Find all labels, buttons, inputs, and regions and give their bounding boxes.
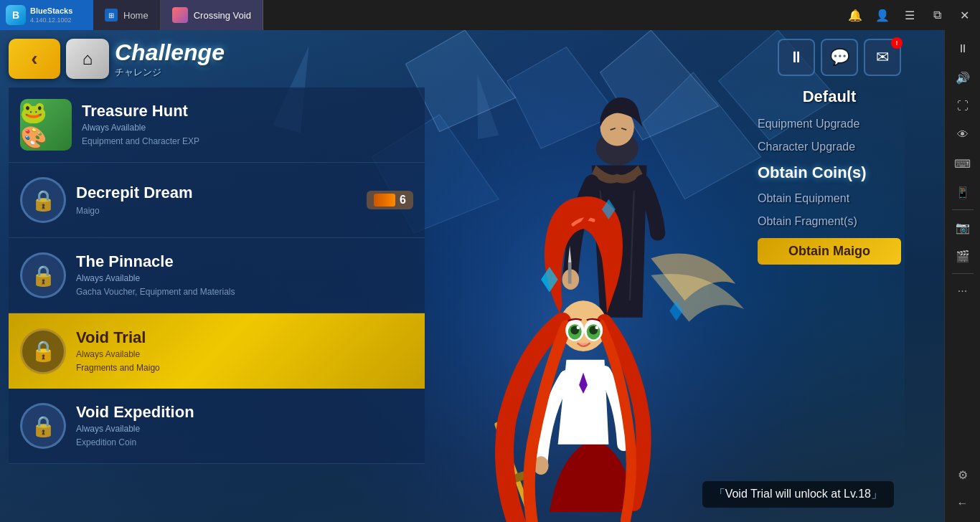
- pause-button[interactable]: ⏸: [778, 39, 815, 76]
- challenge-title-block: Challenge チャレンジ: [115, 39, 225, 79]
- close-btn[interactable]: ✕: [951, 2, 977, 28]
- sidebar-fullscreen-btn[interactable]: ⛶: [950, 93, 976, 119]
- home-tab-icon: ⊞: [105, 9, 118, 22]
- pinnacle-desc: Gacha Voucher, Equipment and Materials: [76, 286, 413, 298]
- void-expedition-availability: Always Available: [76, 424, 413, 434]
- void-trial-availability: Always Available: [76, 349, 413, 359]
- sidebar-record-btn[interactable]: 🎬: [950, 243, 976, 269]
- pinnacle-lock: 🔒: [20, 252, 66, 298]
- sidebar-settings-btn[interactable]: ⚙: [950, 462, 976, 488]
- void-expedition-title: Void Expedition: [76, 403, 413, 422]
- menu-item-obtain-fragments[interactable]: Obtain Fragment(s): [758, 211, 901, 232]
- treasure-hunt-availability: Always Available: [82, 123, 413, 133]
- void-trial-desc: Fragments and Maigo: [76, 362, 413, 374]
- ticket-icon: [374, 194, 395, 207]
- notification-bell-btn[interactable]: 🔔: [842, 2, 868, 28]
- bluestacks-version: 4.140.12.1002: [30, 16, 72, 24]
- unlock-text: Void Trial will unlock at Lv.18: [725, 488, 871, 500]
- tab-game-crossing-void[interactable]: Crossing Void: [161, 0, 263, 30]
- decrepit-dream-badge: 6: [367, 191, 413, 209]
- bluestacks-info: BlueStacks 4.140.12.1002: [30, 6, 72, 23]
- pinnacle-availability: Always Available: [76, 273, 413, 283]
- void-trial-info: Void Trial Always Available Fragments an…: [76, 328, 413, 374]
- menu-item-equipment-upgrade[interactable]: Equipment Upgrade: [758, 113, 901, 135]
- chat-button[interactable]: 💬: [821, 39, 858, 76]
- treasure-hunt-title: Treasure Hunt: [82, 102, 413, 120]
- mail-icon: ✉: [876, 48, 889, 67]
- home-button[interactable]: ⌂: [66, 39, 109, 79]
- void-expedition-info: Void Expedition Always Available Expedit…: [76, 403, 413, 449]
- game-content: ‹ ⌂ Challenge チャレンジ ⏸ 💬 ✉ ! 🐸🎨: [0, 30, 944, 522]
- sidebar-divider-2: [952, 273, 974, 274]
- game-top-right: ⏸ 💬 ✉ !: [778, 39, 901, 76]
- game-tab-label: Crossing Void: [194, 10, 251, 21]
- game-tab-icon: [172, 7, 188, 23]
- unlock-message: 「Void Trial will unlock at Lv.18」: [702, 481, 894, 508]
- frog-palette-icon: 🐸🎨: [20, 100, 72, 150]
- menu-item-obtain-equipment[interactable]: Obtain Equipment: [758, 188, 901, 209]
- menu-item-obtain-maigo[interactable]: Obtain Maigo: [758, 238, 901, 265]
- challenge-header: ‹ ⌂ Challenge チャレンジ: [9, 39, 225, 79]
- sidebar-camera-btn[interactable]: 📷: [950, 214, 976, 240]
- tab-home[interactable]: ⊞ Home: [93, 0, 161, 30]
- account-btn[interactable]: 👤: [870, 2, 895, 28]
- bluestacks-icon: B: [6, 5, 26, 25]
- treasure-hunt-desc: Equipment and Character EXP: [82, 136, 413, 148]
- sidebar-pause-btn[interactable]: ⏸: [950, 36, 976, 62]
- treasure-hunt-info: Treasure Hunt Always Available Equipment…: [82, 102, 413, 148]
- top-bar: B BlueStacks 4.140.12.1002 ⊞ Home Crossi…: [0, 0, 980, 30]
- main-area: ‹ ⌂ Challenge チャレンジ ⏸ 💬 ✉ ! 🐸🎨: [0, 30, 980, 522]
- default-label: Default: [758, 87, 901, 106]
- bluestacks-logo: B BlueStacks 4.140.12.1002: [0, 0, 93, 30]
- void-trial-lock: 🔒: [20, 328, 66, 374]
- challenge-list: 🐸🎨 Treasure Hunt Always Available Equipm…: [9, 87, 425, 464]
- top-bar-actions: 🔔 👤 ☰ ⧉ ✕: [842, 2, 980, 28]
- decrepit-dream-title: Decrepit Dream: [76, 184, 357, 202]
- sidebar-eye-btn[interactable]: 👁: [950, 122, 976, 148]
- sidebar-phone-btn[interactable]: 📱: [950, 179, 976, 205]
- restore-btn[interactable]: ⧉: [924, 2, 950, 28]
- sidebar-more-btn[interactable]: ···: [950, 278, 976, 304]
- home-tab-label: Home: [123, 10, 149, 21]
- challenge-title: Challenge: [115, 39, 225, 66]
- menu-item-obtain-coins[interactable]: Obtain Coin(s): [758, 159, 901, 186]
- unlock-bracket-close: 」: [871, 488, 882, 500]
- pinnacle-title: The Pinnacle: [76, 252, 413, 271]
- challenge-item-treasure-hunt[interactable]: 🐸🎨 Treasure Hunt Always Available Equipm…: [9, 87, 425, 163]
- menu-item-character-upgrade[interactable]: Character Upgrade: [758, 136, 901, 158]
- challenge-item-decrepit-dream[interactable]: 🔒 Decrepit Dream Maigo 6: [9, 163, 425, 238]
- challenge-item-pinnacle[interactable]: 🔒 The Pinnacle Always Available Gacha Vo…: [9, 238, 425, 313]
- back-button[interactable]: ‹: [9, 39, 60, 79]
- menu-btn[interactable]: ☰: [897, 2, 923, 28]
- decrepit-dream-lock: 🔒: [20, 177, 66, 223]
- challenge-item-void-trial[interactable]: 🔒 Void Trial Always Available Fragments …: [9, 313, 425, 389]
- unlock-bracket-open: 「: [714, 488, 725, 500]
- challenge-subtitle: チャレンジ: [115, 66, 225, 79]
- bluestacks-name: BlueStacks: [30, 6, 72, 16]
- challenge-item-void-expedition[interactable]: 🔒 Void Expedition Always Available Exped…: [9, 389, 425, 464]
- pinnacle-info: The Pinnacle Always Available Gacha Vouc…: [76, 252, 413, 298]
- void-trial-title: Void Trial: [76, 328, 413, 347]
- void-expedition-lock: 🔒: [20, 403, 66, 449]
- void-expedition-desc: Expedition Coin: [76, 437, 413, 449]
- right-panel: Default Equipment Upgrade Character Upgr…: [758, 87, 901, 265]
- sidebar-divider: [952, 209, 974, 210]
- treasure-hunt-icon: 🐸🎨: [20, 99, 72, 151]
- sidebar-keyboard-btn[interactable]: ⌨: [950, 151, 976, 176]
- badge-count: 6: [400, 194, 406, 207]
- mail-button[interactable]: ✉ !: [864, 39, 901, 76]
- decrepit-dream-desc: Maigo: [76, 205, 357, 217]
- sidebar-back-btn[interactable]: ←: [950, 490, 976, 516]
- right-sidebar: ⏸ 🔊 ⛶ 👁 ⌨ 📱 📷 🎬 ··· ⚙ ←: [944, 30, 980, 522]
- decrepit-dream-info: Decrepit Dream Maigo: [76, 184, 357, 217]
- mail-badge: !: [891, 37, 903, 49]
- sidebar-volume-btn[interactable]: 🔊: [950, 65, 976, 90]
